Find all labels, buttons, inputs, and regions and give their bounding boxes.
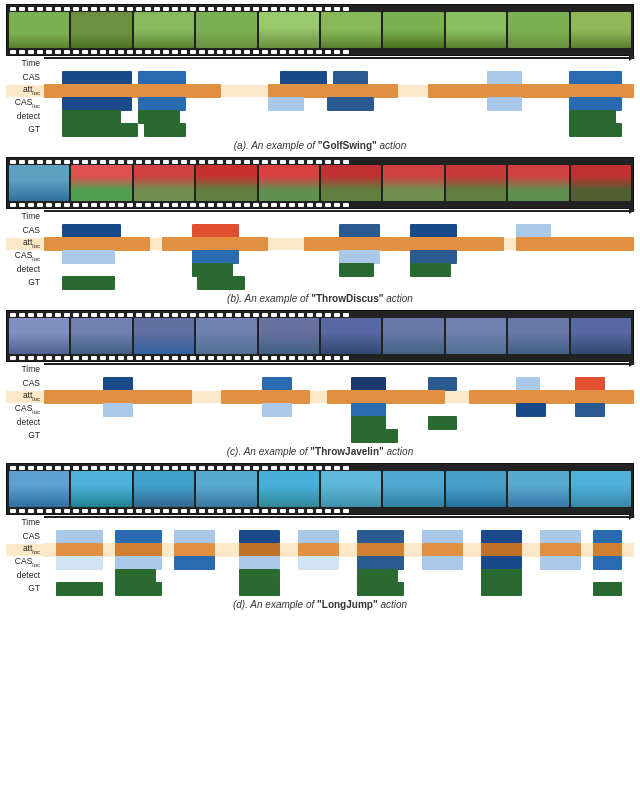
filmstrip-hole bbox=[82, 466, 88, 470]
timeline-bar-container bbox=[44, 85, 634, 97]
filmstrip-hole bbox=[289, 50, 295, 54]
filmstrip-hole bbox=[217, 509, 223, 513]
filmstrip-hole bbox=[73, 7, 79, 11]
heat-row bbox=[44, 363, 634, 377]
heat-segment bbox=[144, 123, 185, 137]
filmstrip-hole bbox=[316, 509, 322, 513]
timeline-bar-container bbox=[44, 225, 634, 237]
filmstrip-hole bbox=[136, 466, 142, 470]
filmstrip bbox=[6, 4, 634, 56]
filmstrip-hole bbox=[244, 509, 250, 513]
heat-segment bbox=[339, 263, 374, 277]
filmstrip-hole bbox=[154, 50, 160, 54]
timeline-row: Time bbox=[6, 516, 634, 530]
filmstrip-hole bbox=[190, 203, 196, 207]
heat-segment bbox=[569, 71, 622, 85]
heat-segment bbox=[162, 237, 268, 251]
filmstrip-hole bbox=[289, 313, 295, 317]
heat-row bbox=[44, 543, 634, 557]
film-frame bbox=[383, 471, 443, 507]
heat-segment bbox=[481, 543, 522, 557]
filmstrip-hole bbox=[100, 356, 106, 360]
heat-segment bbox=[540, 530, 581, 544]
filmstrip-hole bbox=[46, 356, 52, 360]
row-label: Time bbox=[6, 365, 44, 374]
heat-segment bbox=[239, 556, 280, 570]
row-label: attloc bbox=[6, 391, 44, 402]
filmstrip-hole bbox=[343, 509, 349, 513]
filmstrip-hole bbox=[271, 203, 277, 207]
filmstrip-hole bbox=[37, 50, 43, 54]
filmstrip-hole bbox=[55, 7, 61, 11]
timeline-bar-container bbox=[44, 251, 634, 263]
filmstrip-hole bbox=[325, 313, 331, 317]
filmstrip-frames bbox=[9, 12, 631, 48]
filmstrip-hole bbox=[19, 509, 25, 513]
heat-segment bbox=[62, 71, 133, 85]
heat-segment bbox=[469, 390, 634, 404]
heat-segment bbox=[174, 543, 215, 557]
example-caption: (b). An example of "ThrowDiscus" action bbox=[6, 293, 634, 304]
heat-segment bbox=[56, 582, 103, 596]
filmstrip-hole bbox=[82, 160, 88, 164]
heat-segment bbox=[516, 237, 634, 251]
heat-segment bbox=[192, 250, 239, 264]
heat-row bbox=[44, 530, 634, 544]
main-container: Time CAS attloc bbox=[0, 0, 640, 620]
row-label: Time bbox=[6, 518, 44, 527]
filmstrip-hole bbox=[55, 313, 61, 317]
timeline-bar-container bbox=[44, 57, 634, 71]
heat-row bbox=[44, 403, 634, 417]
filmstrip-hole bbox=[244, 203, 250, 207]
filmstrip-hole bbox=[244, 160, 250, 164]
heat-segment bbox=[398, 237, 504, 251]
filmstrip-hole bbox=[217, 50, 223, 54]
filmstrip-hole bbox=[91, 50, 97, 54]
filmstrip-hole bbox=[190, 466, 196, 470]
heat-segment bbox=[422, 556, 463, 570]
film-frame bbox=[259, 12, 319, 48]
filmstrip-hole bbox=[46, 203, 52, 207]
filmstrip-hole bbox=[145, 466, 151, 470]
filmstrip-hole bbox=[154, 313, 160, 317]
heat-segment bbox=[298, 556, 339, 570]
time-arrow bbox=[44, 516, 634, 518]
heat-segment bbox=[569, 97, 622, 111]
filmstrip-hole bbox=[316, 466, 322, 470]
filmstrip-hole bbox=[19, 466, 25, 470]
filmstrip-hole bbox=[190, 160, 196, 164]
filmstrip-hole bbox=[298, 160, 304, 164]
heat-segment bbox=[357, 569, 398, 583]
timeline-section: Time CAS attloc bbox=[6, 362, 634, 444]
time-arrow bbox=[44, 57, 634, 59]
example-block-throwdiscus: Time CAS attloc bbox=[6, 157, 634, 304]
timeline-row: Time bbox=[6, 210, 634, 224]
heat-segment bbox=[327, 390, 445, 404]
filmstrip-hole bbox=[37, 313, 43, 317]
filmstrip-hole bbox=[235, 160, 241, 164]
film-frame bbox=[259, 318, 319, 354]
filmstrip-hole bbox=[91, 313, 97, 317]
filmstrip-hole bbox=[280, 203, 286, 207]
filmstrip-hole bbox=[334, 466, 340, 470]
filmstrip-hole bbox=[37, 160, 43, 164]
filmstrip-holes-bottom bbox=[7, 508, 633, 513]
time-arrow bbox=[44, 363, 634, 365]
heat-segment bbox=[298, 530, 339, 544]
heat-segment bbox=[333, 71, 368, 85]
timeline-row: GT bbox=[6, 583, 634, 595]
filmstrip-hole bbox=[118, 7, 124, 11]
filmstrip-hole bbox=[28, 7, 34, 11]
filmstrip-hole bbox=[172, 466, 178, 470]
heat-segment bbox=[487, 97, 522, 111]
heat-segment bbox=[481, 569, 522, 583]
filmstrip-holes-bottom bbox=[7, 355, 633, 360]
filmstrip-hole bbox=[289, 203, 295, 207]
filmstrip-hole bbox=[127, 7, 133, 11]
heat-segment bbox=[351, 403, 386, 417]
filmstrip-hole bbox=[10, 160, 16, 164]
timeline-row: CAS bbox=[6, 225, 634, 237]
filmstrip bbox=[6, 157, 634, 209]
filmstrip-hole bbox=[280, 50, 286, 54]
filmstrip-hole bbox=[199, 7, 205, 11]
